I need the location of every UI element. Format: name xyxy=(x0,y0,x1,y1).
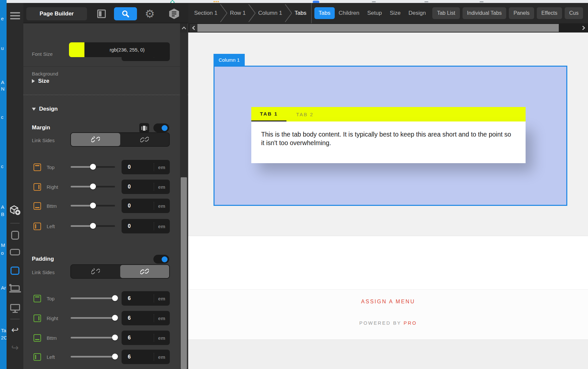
tab-design[interactable]: Design xyxy=(409,10,426,16)
margin-bottom-unit[interactable]: em xyxy=(158,203,165,209)
padding-right-value-box[interactable]: 6 em xyxy=(122,311,170,325)
margin-heading: Margin xyxy=(32,124,50,131)
column-selection-label[interactable]: Column 1 xyxy=(214,54,245,66)
breadcrumb-column[interactable]: Column 1 xyxy=(258,10,282,16)
canvas-horizontal-scrollbar[interactable] xyxy=(188,23,588,33)
margin-left-value-box[interactable]: 0 em xyxy=(122,219,170,233)
tab-children[interactable]: Children xyxy=(339,10,359,16)
tabs-element-panel[interactable]: This is the tab body content. It is typi… xyxy=(251,121,526,163)
margin-bottom-icon xyxy=(34,202,41,210)
padding-top-value[interactable]: 6 xyxy=(128,295,154,301)
panel-scrollbar[interactable] xyxy=(180,23,188,369)
margin-right-slider[interactable] xyxy=(71,186,115,187)
tab-tabs-active[interactable]: Tabs xyxy=(314,7,335,19)
tab-size[interactable]: Size xyxy=(390,10,400,16)
breadcrumb-tabs[interactable]: Tabs xyxy=(295,10,306,16)
pro-brand-link[interactable]: PRO xyxy=(404,320,417,326)
padding-bottom-unit[interactable]: em xyxy=(158,335,165,341)
breakpoint-desktop-icon[interactable] xyxy=(7,303,23,314)
padding-bottom-value-box[interactable]: 6 em xyxy=(122,331,170,345)
design-section-header[interactable]: Design xyxy=(32,106,58,112)
scroll-right-icon[interactable] xyxy=(579,24,587,32)
templates-hexagon-icon[interactable] xyxy=(167,7,182,20)
unlink-sides-button[interactable] xyxy=(71,265,120,278)
margin-link-sides-control xyxy=(70,132,170,147)
padding-right-value[interactable]: 6 xyxy=(128,315,154,321)
size-section-header[interactable]: Size xyxy=(32,78,49,84)
tabs-element-tab-list: TAB 1 TAB 2 xyxy=(251,107,526,121)
tab-effects[interactable]: Effects xyxy=(537,7,562,19)
breakpoint-notebook-icon[interactable] xyxy=(7,284,23,294)
menu-hamburger-icon[interactable] xyxy=(7,10,23,21)
tab-setup[interactable]: Setup xyxy=(367,10,382,16)
padding-top-slider[interactable] xyxy=(71,297,115,299)
tab-customize[interactable]: Cus xyxy=(565,7,583,19)
margin-right-value-box[interactable]: 0 em xyxy=(122,180,170,194)
horizontal-scrollbar-thumb[interactable] xyxy=(197,24,559,32)
breakpoint-phone-icon[interactable] xyxy=(7,230,23,240)
margin-toggle[interactable] xyxy=(153,123,169,132)
tab-tab-list[interactable]: Tab List xyxy=(432,7,460,19)
margin-bottom-value[interactable]: 0 xyxy=(128,203,154,209)
padding-toggle[interactable] xyxy=(153,255,169,264)
page-bottom-strip xyxy=(188,339,588,369)
margin-right-value[interactable]: 0 xyxy=(128,184,154,190)
breadcrumb-row[interactable]: Row 1 xyxy=(230,10,246,16)
scroll-left-icon[interactable] xyxy=(190,24,197,32)
design-section-label: Design xyxy=(39,106,58,112)
tab-2[interactable]: TAB 2 xyxy=(286,107,323,121)
tab-1[interactable]: TAB 1 xyxy=(251,107,286,121)
add-element-icon[interactable] xyxy=(7,203,23,218)
settings-gear-icon[interactable]: ⚙ xyxy=(142,7,157,20)
padding-right-unit[interactable]: em xyxy=(158,315,165,321)
padding-left-value-box[interactable]: 6 em xyxy=(122,350,170,364)
padding-top-value-box[interactable]: 6 em xyxy=(122,291,170,306)
tab-individual-tabs[interactable]: Individual Tabs xyxy=(463,7,507,19)
link-sides-button[interactable] xyxy=(120,133,170,146)
padding-left-unit[interactable]: em xyxy=(158,354,165,360)
padding-right-slider[interactable] xyxy=(71,317,115,319)
selected-column-outline[interactable]: TAB 1 TAB 2 This is the tab body content… xyxy=(214,66,567,206)
unlink-sides-button[interactable] xyxy=(71,133,120,146)
breadcrumb-bar: Section 1 Row 1 Column 1 Tabs Tabs Child… xyxy=(188,3,588,23)
padding-link-sides-control xyxy=(70,264,170,279)
scroll-up-icon[interactable] xyxy=(180,23,188,33)
padding-bottom-slider[interactable] xyxy=(71,337,115,338)
strip-text-fragment: c xyxy=(1,163,4,169)
panel-scrollbar-thumb[interactable] xyxy=(181,177,187,369)
breakpoint-laptop-active-icon[interactable] xyxy=(7,266,23,275)
layout-panel-icon[interactable] xyxy=(94,7,109,20)
margin-left-icon xyxy=(34,223,41,230)
link-sides-button[interactable] xyxy=(120,265,170,278)
strip-text-fragment: Ar xyxy=(1,285,6,291)
powered-by-label: POWERED BY xyxy=(359,320,404,326)
breadcrumb-section[interactable]: Section 1 xyxy=(194,10,217,16)
margin-left-slider[interactable] xyxy=(71,225,115,227)
padding-top-unit[interactable]: em xyxy=(158,296,165,301)
undo-icon[interactable]: ↩ xyxy=(7,324,23,336)
margin-top-value[interactable]: 0 xyxy=(128,164,154,170)
background-color-swatch[interactable] xyxy=(69,42,84,57)
collapsed-triangle-icon xyxy=(32,79,35,83)
padding-left-value[interactable]: 6 xyxy=(128,354,154,360)
tab-panels[interactable]: Panels xyxy=(509,7,534,19)
powered-by-text: POWERED BY PRO xyxy=(188,320,588,326)
margin-responsive-icon[interactable] xyxy=(139,123,149,133)
background-color-field[interactable]: rgb(236, 255, 0) xyxy=(84,42,170,57)
search-button[interactable] xyxy=(114,7,137,20)
margin-left-value[interactable]: 0 xyxy=(128,223,154,229)
padding-left-slider[interactable] xyxy=(71,356,115,358)
margin-top-slider[interactable] xyxy=(71,166,115,168)
margin-bottom-value-box[interactable]: 0 em xyxy=(122,199,170,213)
page-builder-button[interactable]: Page Builder xyxy=(26,7,87,20)
margin-top-unit[interactable]: em xyxy=(158,164,165,170)
margin-top-value-box[interactable]: 0 em xyxy=(122,160,170,174)
margin-bottom-slider[interactable] xyxy=(71,205,115,206)
padding-bottom-icon xyxy=(34,334,41,342)
margin-right-unit[interactable]: em xyxy=(158,184,165,190)
padding-bottom-value[interactable]: 6 xyxy=(128,335,154,341)
margin-left-unit[interactable]: em xyxy=(158,224,165,229)
assign-menu-link[interactable]: ASSIGN A MENU xyxy=(188,299,588,305)
breakpoint-tablet-icon[interactable] xyxy=(7,248,23,256)
redo-icon[interactable]: ↪ xyxy=(7,342,23,354)
